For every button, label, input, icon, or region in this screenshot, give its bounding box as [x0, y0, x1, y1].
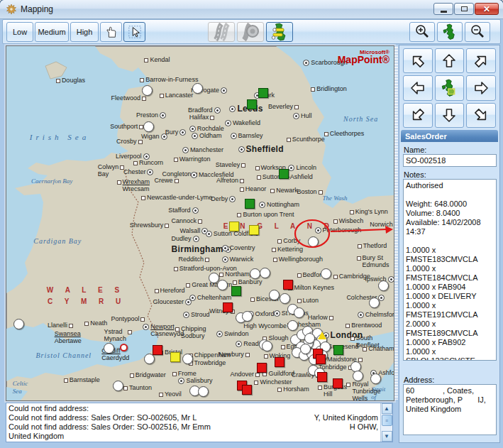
notes-field[interactable]: Authorised Weight: 648.0000 Volume: 8.04…: [403, 179, 497, 361]
scroll-down-arrow-icon[interactable]: ▼: [382, 431, 392, 442]
zoom-in-button[interactable]: [409, 22, 435, 42]
city-name: Neath: [90, 319, 107, 327]
town-marker-icon: [358, 358, 363, 362]
map-canvas[interactable]: Microsoft® MapPoint® E N G L A N DW A L …: [6, 45, 394, 401]
name-field[interactable]: [403, 154, 497, 167]
maximize-icon: [461, 6, 468, 11]
pan-up-right-button[interactable]: [466, 48, 496, 73]
pushpin-white[interactable]: [321, 268, 331, 279]
zoom-level-high-button[interactable]: High: [70, 22, 99, 42]
town-marker-icon: [255, 373, 260, 377]
block-arrow-icon: [440, 106, 458, 124]
pan-right-button[interactable]: [466, 75, 496, 100]
pushpin-green[interactable]: [258, 88, 268, 98]
pushpin-white[interactable]: [294, 307, 304, 318]
pushpin-red[interactable]: [257, 363, 267, 373]
show-route-button[interactable]: [266, 22, 293, 42]
pushpin-white[interactable]: [144, 354, 155, 364]
pushpin-white[interactable]: [308, 236, 319, 247]
pushpin-green[interactable]: [245, 199, 255, 209]
pushpin-yellow[interactable]: [229, 222, 239, 231]
pushpin-white[interactable]: [300, 344, 311, 354]
map-city-label: Ystrad Mynach: [104, 328, 133, 342]
pushpin-white[interactable]: [369, 297, 380, 308]
show-traffic-button[interactable]: [237, 22, 264, 42]
zoom-level-low-button[interactable]: Low: [6, 22, 33, 42]
town-marker-icon: [84, 322, 89, 326]
town-marker-icon: [273, 258, 277, 262]
minimize-icon: [441, 11, 447, 13]
pan-up-left-button[interactable]: [403, 48, 433, 73]
titlebar[interactable]: Mapping ✕: [0, 0, 503, 19]
zoom-out-button[interactable]: [465, 22, 490, 42]
town-marker-icon: [178, 378, 184, 384]
pushpin-white[interactable]: [378, 280, 389, 291]
pushpin-red[interactable]: [153, 345, 162, 355]
pushpin-white[interactable]: [287, 320, 298, 331]
status-listbox[interactable]: Could not find address:Could not find ad…: [6, 403, 393, 442]
pushpin-green[interactable]: [333, 345, 343, 355]
status-scrollbar[interactable]: ▲ ≡ ▼: [380, 403, 392, 442]
minimize-button[interactable]: [433, 3, 453, 15]
pushpin-red[interactable]: [317, 372, 327, 382]
pushpin-white[interactable]: [260, 268, 270, 278]
map-city-label: Milton Keynes: [288, 284, 334, 291]
map-city-label: Barrow-in-Furness: [140, 76, 198, 83]
status-line: Could not find address:: [9, 404, 378, 413]
pushpin-white[interactable]: [142, 85, 153, 96]
pushpin-white[interactable]: [143, 121, 154, 132]
pushpin-green[interactable]: [231, 286, 241, 296]
pushpin-white[interactable]: [217, 280, 228, 290]
scroll-thumb[interactable]: ≡: [382, 415, 392, 426]
pan-left-button[interactable]: [403, 75, 433, 100]
block-arrow-icon: [409, 79, 427, 97]
zoom-full-uk-button[interactable]: [437, 22, 463, 42]
city-name: Stafford: [168, 207, 190, 214]
pushpin-yellow[interactable]: [249, 225, 259, 235]
pushpin-white[interactable]: [250, 268, 260, 279]
pushpin-white[interactable]: [13, 319, 24, 329]
address-field[interactable]: 60 , Coates, Peterborough, P IJ, United …: [403, 384, 497, 435]
pushpin-yellow-triangle[interactable]: [318, 332, 326, 339]
salesorder-header: SalesOrder: [401, 130, 498, 142]
city-name: Birmingham: [172, 246, 223, 253]
pushpin-green[interactable]: [247, 99, 257, 109]
pushpin-white[interactable]: [304, 333, 315, 344]
map-city-label: Trowbridge: [189, 359, 226, 366]
map-city-label: Oldham: [192, 132, 222, 139]
pushpin-red[interactable]: [275, 357, 284, 367]
show-roads-button[interactable]: [208, 22, 235, 42]
close-button[interactable]: ✕: [475, 3, 499, 15]
map-city-label: Halifax: [189, 114, 215, 121]
map-city-label: Warrington: [174, 155, 211, 163]
select-tool-button[interactable]: [123, 22, 145, 42]
pushpin-yellow[interactable]: [170, 352, 180, 362]
pushpin-red[interactable]: [333, 378, 343, 388]
scroll-up-arrow-icon[interactable]: ▲: [382, 403, 392, 414]
pushpin-red[interactable]: [223, 302, 233, 312]
pushpin-red[interactable]: [242, 385, 252, 395]
town-marker-icon: [222, 245, 228, 251]
maximize-button[interactable]: [454, 3, 474, 15]
map-panel-splitter[interactable]: [394, 45, 398, 400]
town-marker-icon: [357, 256, 361, 261]
town-marker-icon: [333, 275, 338, 279]
pan-tool-button[interactable]: [100, 22, 122, 42]
pan-up-button[interactable]: [435, 48, 465, 73]
pushpin-red[interactable]: [283, 280, 293, 290]
pan-down-left-button[interactable]: [403, 103, 433, 128]
town-marker-icon: [175, 179, 179, 183]
map-city-label: Colwyn Bay: [98, 163, 125, 177]
town-marker-icon: [254, 381, 258, 385]
pushpin-green[interactable]: [279, 169, 289, 179]
city-name: Newark: [276, 187, 298, 194]
pushpin-white[interactable]: [269, 290, 280, 300]
center-map-uk-button[interactable]: [435, 75, 465, 100]
pushpin-white[interactable]: [280, 293, 290, 304]
pushpin-white[interactable]: [192, 83, 203, 94]
pushpin-red[interactable]: [316, 354, 326, 364]
pan-down-button[interactable]: [435, 103, 465, 128]
pan-down-right-button[interactable]: [466, 103, 496, 128]
pushpin-white[interactable]: [182, 354, 193, 364]
zoom-level-medium-button[interactable]: Medium: [35, 22, 69, 42]
